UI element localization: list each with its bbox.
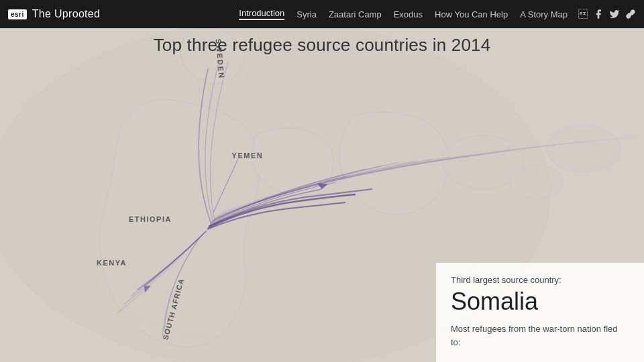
main-nav: Introduction Syria Zaatari Camp Exodus H… [239, 8, 568, 20]
nav-zaatari[interactable]: Zaatari Camp [329, 9, 382, 19]
nav-exodus[interactable]: Exodus [394, 9, 423, 19]
facebook-icon[interactable]:  [578, 9, 588, 19]
facebook-icon-svg[interactable] [593, 9, 604, 19]
nav-syria[interactable]: Syria [297, 9, 317, 19]
info-panel: Third largest source country: Somalia Mo… [436, 263, 644, 362]
site-title: The Uprooted [32, 8, 100, 20]
nav-introduction[interactable]: Introduction [239, 8, 284, 20]
nav-how-you-can-help[interactable]: How You Can Help [435, 9, 508, 19]
navigation-bar: esri The Uprooted Introduction Syria Zaa… [0, 0, 644, 28]
nav-story-map[interactable]: A Story Map [520, 9, 568, 19]
esri-logo: esri [8, 9, 27, 19]
info-sub-label: Third largest source country: [451, 275, 629, 285]
info-country-name: Somalia [451, 288, 629, 316]
twitter-icon[interactable] [609, 9, 620, 19]
social-icons:  [578, 9, 636, 19]
info-description: Most refugees from the war-torn nation f… [451, 322, 629, 349]
page-title: Top three refugee source countries in 20… [0, 35, 644, 56]
svg-point-2 [510, 166, 564, 199]
svg-point-3 [547, 125, 621, 172]
link-icon[interactable] [625, 9, 636, 19]
brand: esri The Uprooted [8, 8, 100, 20]
